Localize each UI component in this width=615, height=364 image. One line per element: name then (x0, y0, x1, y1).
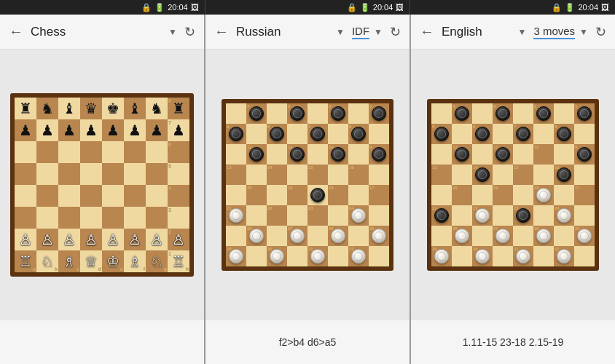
checker-cell-2-3[interactable]: 11 (493, 144, 513, 165)
checker-cell-4-3[interactable]: 19 (287, 185, 308, 205)
chess-cell-g4[interactable] (146, 185, 168, 207)
chess-cell-e3[interactable] (102, 207, 124, 229)
chess-cell-a2[interactable]: ♙ (15, 229, 36, 250)
white-checker[interactable] (516, 249, 530, 264)
checker-cell-0-3[interactable]: 3 (493, 103, 513, 124)
english-second-dropdown[interactable]: 3 moves (533, 25, 575, 39)
checker-cell-3-5[interactable] (328, 165, 348, 185)
checker-cell-5-2[interactable]: 22 (472, 205, 493, 226)
checker-cell-1-0[interactable]: 5 (431, 124, 452, 144)
checker-cell-7-4[interactable]: 31 (308, 246, 328, 266)
chess-cell-d1[interactable]: d♕ (80, 250, 102, 272)
checker-cell-6-3[interactable]: 27 (287, 226, 308, 246)
white-checker[interactable] (475, 249, 490, 264)
checker-cell-4-4[interactable] (513, 185, 533, 205)
checker-cell-5-7[interactable] (369, 205, 389, 226)
checker-cell-4-2[interactable] (472, 185, 493, 205)
checker-cell-6-1[interactable]: 28 (452, 226, 472, 246)
checker-cell-2-0[interactable] (226, 144, 246, 165)
checker-cell-5-6[interactable]: 24 (554, 205, 574, 226)
checker-cell-6-7[interactable]: 25 (369, 226, 389, 246)
black-checker[interactable] (577, 106, 592, 121)
white-checker[interactable] (455, 229, 469, 243)
chess-cell-e4[interactable] (102, 185, 124, 207)
checker-cell-0-5[interactable]: 2 (328, 103, 348, 124)
black-checker[interactable] (516, 208, 530, 223)
chess-cell-e2[interactable]: ♙ (102, 229, 124, 250)
checker-cell-5-1[interactable] (452, 205, 472, 226)
checker-cell-0-2[interactable] (472, 103, 493, 124)
chess-cell-b4[interactable] (36, 185, 58, 207)
russian-refresh-button[interactable]: ↻ (387, 21, 404, 43)
black-checker[interactable] (331, 147, 345, 162)
chess-cell-b5[interactable] (36, 163, 58, 185)
black-checker[interactable] (495, 147, 510, 162)
checker-cell-0-6[interactable] (348, 103, 369, 124)
chess-cell-a3[interactable] (15, 207, 36, 229)
checker-cell-1-5[interactable] (328, 124, 348, 144)
checker-cell-0-5[interactable]: 2 (533, 103, 554, 124)
chess-cell-f5[interactable] (124, 163, 146, 185)
black-checker[interactable] (557, 167, 571, 182)
chess-cell-g1[interactable]: g♘ (146, 250, 168, 272)
checker-cell-7-2[interactable]: 30 (472, 246, 493, 266)
chess-cell-b6[interactable] (36, 141, 58, 163)
white-checker[interactable] (495, 229, 510, 243)
chess-cell-h7[interactable]: 7♟ (168, 119, 189, 141)
checker-cell-7-1[interactable] (452, 246, 472, 266)
checker-cell-7-0[interactable]: 29 (226, 246, 246, 266)
black-checker[interactable] (557, 127, 571, 141)
black-checker[interactable] (290, 106, 305, 121)
chess-cell-d5[interactable] (80, 163, 102, 185)
black-checker[interactable] (372, 147, 386, 162)
checker-cell-2-4[interactable] (308, 144, 328, 165)
chess-cell-e6[interactable] (102, 141, 124, 163)
black-checker[interactable] (577, 147, 592, 162)
checker-cell-7-7[interactable] (574, 246, 595, 266)
checker-cell-1-3[interactable] (493, 124, 513, 144)
checker-cell-6-0[interactable] (431, 226, 452, 246)
chess-cell-c4[interactable] (58, 185, 80, 207)
checker-cell-0-2[interactable] (267, 103, 287, 124)
checker-cell-1-2[interactable]: 6 (472, 124, 493, 144)
chess-cell-c1[interactable]: c♗ (58, 250, 80, 272)
checker-cell-0-0[interactable] (226, 103, 246, 124)
russian-second-dropdown[interactable]: IDF (352, 25, 369, 39)
checker-cell-7-5[interactable] (533, 246, 554, 266)
chess-cell-a5[interactable] (15, 163, 36, 185)
chess-cell-h3[interactable]: 3 (168, 207, 189, 229)
checker-cell-0-7[interactable]: 1 (369, 103, 389, 124)
chess-cell-e8[interactable]: ♚ (102, 98, 124, 119)
chess-cell-c2[interactable]: ♙ (58, 229, 80, 250)
chess-cell-e5[interactable] (102, 163, 124, 185)
white-checker[interactable] (229, 208, 243, 223)
black-checker[interactable] (372, 106, 386, 121)
black-checker[interactable] (229, 127, 243, 141)
checker-cell-3-3[interactable] (287, 165, 308, 185)
black-checker[interactable] (434, 127, 449, 141)
checker-cell-7-2[interactable]: 30 (267, 246, 287, 266)
checker-cell-3-5[interactable] (533, 165, 554, 185)
checker-cell-1-0[interactable]: 5 (226, 124, 246, 144)
checker-cell-3-4[interactable]: 15 (308, 165, 328, 185)
black-checker[interactable] (495, 106, 510, 121)
chess-cell-d3[interactable] (80, 207, 102, 229)
checker-cell-4-2[interactable] (267, 185, 287, 205)
checker-cell-3-0[interactable]: 13 (226, 165, 246, 185)
chess-cell-f4[interactable] (124, 185, 146, 207)
checker-cell-6-6[interactable] (554, 226, 574, 246)
black-checker[interactable] (270, 127, 284, 141)
chess-cell-g3[interactable] (146, 207, 168, 229)
checker-cell-3-1[interactable] (452, 165, 472, 185)
checker-cell-3-7[interactable] (574, 165, 595, 185)
chess-cell-f7[interactable]: ♟ (124, 119, 146, 141)
checker-cell-3-6[interactable]: 16 (348, 165, 369, 185)
checker-cell-7-7[interactable] (369, 246, 389, 266)
white-checker[interactable] (372, 229, 386, 243)
checker-cell-1-1[interactable] (452, 124, 472, 144)
chess-cell-b2[interactable]: ♙ (36, 229, 58, 250)
chess-cell-b3[interactable] (36, 207, 58, 229)
checker-cell-2-3[interactable]: 11 (287, 144, 308, 165)
white-checker[interactable] (351, 208, 366, 223)
checker-cell-4-0[interactable] (226, 185, 246, 205)
